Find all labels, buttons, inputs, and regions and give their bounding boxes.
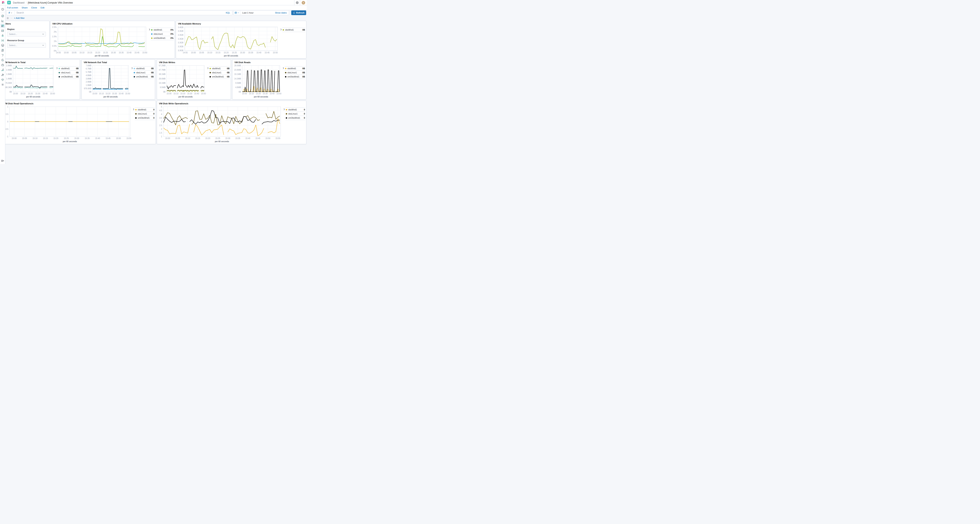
legend-item[interactable]: vmObsWnd10 (285, 116, 305, 120)
svg-text:-1: -1 (7, 135, 8, 138)
space-badge[interactable]: D (7, 1, 11, 4)
show-dates-link[interactable]: Show dates (275, 11, 289, 14)
sidebar-item-discover[interactable] (0, 14, 5, 18)
legend-item[interactable]: obsWnd10B (133, 66, 154, 70)
svg-text:0%: 0% (54, 50, 57, 52)
svg-text:3.8MB: 3.8MB (86, 78, 91, 80)
chart-canvas: 15:0015:0515:1015:1515:2015:2515:3015:35… (3, 105, 133, 143)
legend-item[interactable]: obsWnd10% (151, 28, 174, 32)
add-filter-link[interactable]: + Add filter (14, 17, 25, 19)
legend-toggle-icon[interactable]: ❯ (280, 28, 282, 30)
legend-item[interactable]: obsWnd10 (135, 107, 155, 111)
legend-item[interactable]: obsLinux10B (133, 70, 154, 75)
user-avatar[interactable]: e (302, 1, 305, 5)
legend-toggle-icon[interactable]: ❯ (207, 66, 209, 69)
filter-select[interactable]: Select... (7, 43, 46, 48)
svg-text:57.2MB: 57.2MB (159, 65, 165, 67)
legend-toggle-icon[interactable]: ❯ (133, 107, 135, 110)
svg-text:28.6MB: 28.6MB (234, 65, 241, 67)
uptime-icon (1, 59, 4, 62)
svg-text:15:55: 15:55 (275, 137, 280, 139)
sidebar-item-dev-tools[interactable] (0, 73, 5, 77)
legend-item[interactable]: obsWnd10B (209, 66, 230, 70)
sidebar-item-visualize[interactable] (0, 19, 5, 23)
toolbar-link-share[interactable]: Share (22, 6, 28, 9)
filter-options-button[interactable] (6, 17, 9, 19)
clock-icon (1, 8, 4, 11)
sidebar-item-stack-monitoring[interactable] (0, 78, 5, 82)
breadcrumb-dashboard[interactable]: Dashboard (13, 2, 24, 4)
sidebar-item-recently-viewed[interactable] (0, 7, 5, 11)
sidebar-item-logs[interactable] (0, 48, 5, 53)
time-range-value[interactable]: Last 1 hour (240, 11, 275, 14)
help-button[interactable] (294, 0, 300, 5)
svg-text:15:50: 15:50 (266, 137, 270, 139)
chart-plot-area[interactable]: 15:0015:1015:2015:3015:4015:500B976.6KB1… (82, 64, 131, 99)
sidebar-item-graph[interactable] (0, 68, 5, 72)
legend-item[interactable]: obsWnd10B (58, 66, 79, 70)
sidebar-item-stack-management[interactable] (0, 82, 5, 87)
sidebar-item-siem[interactable] (0, 63, 5, 67)
legend-item[interactable]: vmObsWnd10% (151, 36, 174, 40)
legend-item[interactable]: vmObsWnd10B (285, 75, 305, 79)
series-color-dot (135, 117, 137, 119)
toolbar-link-full-screen[interactable]: Full screen (7, 6, 18, 9)
sidebar-item-machine-learning[interactable] (0, 38, 5, 43)
refresh-icon (293, 12, 295, 14)
legend-item[interactable]: obsLinux10B (58, 70, 79, 75)
legend-toggle-icon[interactable]: ❯ (283, 66, 285, 69)
legend-toggle-icon[interactable]: ❯ (283, 107, 285, 110)
legend-item[interactable]: obsLinux10 (285, 111, 305, 116)
legend-toggle-icon[interactable]: ❯ (56, 66, 58, 69)
toolbar-link-clone[interactable]: Clone (31, 6, 37, 9)
legend-toggle-icon[interactable]: ❯ (131, 66, 133, 69)
sidebar-item-uptime[interactable] (0, 58, 5, 62)
panel-title: VM Disk Read Operations/s (2, 101, 156, 105)
saved-query-menu-button[interactable]: # (7, 11, 14, 15)
calendar-icon (235, 11, 237, 14)
date-quick-select-button[interactable] (234, 11, 240, 15)
chart-plot-area[interactable]: 15:0015:1015:2015:3015:4015:500B9.5MB19.… (158, 64, 207, 99)
legend-item[interactable]: obsLinux10 (135, 111, 155, 116)
expand-menu-icon[interactable] (1, 159, 4, 162)
legend-item[interactable]: obsWnd10B (285, 66, 305, 70)
filter-select[interactable]: Select... (7, 32, 46, 37)
chart-plot-area[interactable]: 14:5515:0015:0515:1015:1515:2015:2515:30… (51, 25, 149, 57)
legend-item[interactable]: vmObsWnd10B (58, 75, 79, 79)
search-input[interactable] (14, 11, 224, 14)
chart-plot-area[interactable]: 15:0015:1015:2015:3015:4015:500B488.3KB9… (3, 64, 56, 99)
kql-toggle[interactable]: KQL (224, 11, 232, 14)
toolbar-link-edit[interactable]: Edit (41, 6, 45, 9)
legend-item[interactable]: obsWnd10B (282, 28, 305, 32)
svg-text:1: 1 (7, 106, 8, 108)
chart-plot-area[interactable]: 14:5515:0015:0515:1015:1515:2015:2515:30… (177, 25, 280, 57)
svg-text:15:50: 15:50 (273, 52, 278, 54)
legend-item[interactable]: obsWnd10 (285, 107, 305, 111)
legend-item[interactable]: obsLinux10% (151, 32, 174, 36)
sidebar-item-dashboard[interactable] (0, 24, 5, 28)
svg-text:15:40: 15:40 (95, 137, 100, 139)
svg-text:4.8MB: 4.8MB (235, 86, 241, 88)
legend-item[interactable]: obsLinux10B (209, 70, 230, 75)
legend-item[interactable]: obsLinux10B (285, 70, 305, 75)
sidebar-item-infrastructure[interactable] (0, 43, 5, 48)
svg-text:2.9MB: 2.9MB (6, 65, 12, 67)
elastic-logo-icon[interactable] (2, 1, 5, 4)
legend-item[interactable]: vmObsWnd10B (133, 75, 154, 79)
series-value: 0B (301, 67, 305, 70)
sidebar-item-canvas[interactable] (0, 29, 5, 33)
legend-item[interactable]: vmObsWnd10 (135, 116, 155, 120)
legend-item[interactable]: vmObsWnd10B (209, 75, 230, 79)
date-picker: Last 1 hour Show dates (234, 10, 289, 15)
legend-toggle-icon[interactable]: ❯ (149, 28, 151, 30)
svg-text:per 60 seconds: per 60 seconds (103, 96, 118, 98)
chart-plot-area[interactable]: 15:0015:1015:2015:3015:4015:500B4.8MB9.5… (233, 64, 283, 99)
chart-plot-area[interactable]: 15:0015:0515:1015:1515:2015:2515:3015:35… (158, 105, 283, 143)
svg-text:15:40: 15:40 (194, 92, 199, 95)
sidebar-item-apm[interactable] (0, 53, 5, 57)
sidebar-item-maps[interactable] (0, 33, 5, 38)
refresh-button[interactable]: Refresh (291, 10, 306, 15)
chart-plot-area[interactable]: 15:0015:0515:1015:1515:2015:2515:3015:35… (3, 105, 133, 143)
svg-text:2: 2 (161, 128, 162, 130)
help-icon (296, 1, 299, 4)
